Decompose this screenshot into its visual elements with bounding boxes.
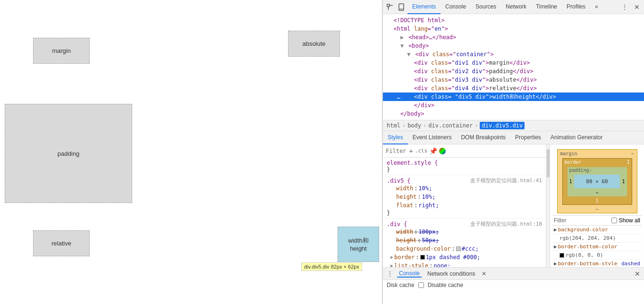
filter-panel-bottom: Filter Show all	[552, 215, 642, 226]
tab-timeline[interactable]: Timeline	[531, 0, 562, 14]
css-rule-element-style: element.style { }	[383, 158, 546, 175]
devtools-toolbar: Elements Console Sources Network Timelin…	[383, 0, 644, 14]
css-prop-bgcolor: background-color: #ccc;	[387, 245, 542, 253]
computed-filter-label: Filter	[554, 217, 567, 224]
css-prop-width-strike: width:100px;	[387, 228, 542, 236]
box-model-panel: margin − border 1 padding- 1	[550, 144, 644, 267]
disable-cache-checkbox[interactable]	[418, 282, 424, 288]
computed-border-bottom-color: ▶ border-bottom-color	[552, 243, 642, 251]
bm-left-val: 1	[569, 179, 572, 184]
css-prop-height: height:10%;	[387, 193, 542, 201]
filter-icons: + .cls 📌	[409, 147, 446, 155]
html-line-div5-selected[interactable]: … <div class= "div5 div">width和height</d…	[383, 93, 644, 101]
css-prop-width: width:10%;	[387, 184, 542, 193]
dots-icon: ⋮	[387, 270, 393, 278]
tab-elements[interactable]: Elements	[407, 0, 441, 14]
disk-cache-label: Disk cache	[387, 282, 415, 288]
bm-content-box: 80 × 60	[574, 175, 620, 188]
div-absolute: absolute	[288, 31, 340, 57]
styles-scrollbar[interactable]	[546, 144, 550, 267]
html-line-div3[interactable]: <div class="div3 div">absolute</div>	[383, 76, 644, 84]
html-line-html[interactable]: <html lang="en">	[383, 25, 644, 33]
computed-bgcolor-val: rgb(204, 204, 204)	[552, 234, 642, 243]
disk-cache-row: Disk cache Disable cache	[387, 282, 640, 288]
svg-point-5	[401, 9, 401, 9]
main-content: Filter + .cls 📌 element.style { } .div5 …	[383, 144, 644, 267]
styles-tab-event-listeners[interactable]: Event Listeners	[408, 131, 457, 144]
bm-border-value: 1	[627, 160, 629, 165]
bm-margin-minus: −	[631, 151, 634, 156]
html-line-body[interactable]: ▼ <body>	[383, 42, 644, 50]
inspect-icon[interactable]	[385, 2, 395, 12]
tooltip: div.div5.div 82px × 62px	[301, 262, 362, 271]
styles-tab-properties[interactable]: Properties	[510, 131, 546, 144]
styles-tab-dom-breakpoints[interactable]: DOM Breakpoints	[456, 131, 510, 144]
html-line-doctype[interactable]: <!DOCTYPE html>	[383, 16, 644, 25]
styles-tab-styles[interactable]: Styles	[383, 131, 408, 144]
css-prop-height-strike: height:50px;	[387, 236, 542, 245]
bm-margin-label: margin	[560, 151, 577, 156]
pin-icon[interactable]: 📌	[429, 147, 437, 155]
div-relative: relative	[33, 230, 90, 256]
breadcrumb-body[interactable]: body	[407, 122, 421, 129]
breadcrumb-container[interactable]: div.container	[428, 122, 473, 129]
tab-profiles[interactable]: Profiles	[562, 0, 590, 14]
styles-panel: Filter + .cls 📌 element.style { } .div5 …	[383, 144, 546, 267]
computed-styles-list: ▶ background-color rgb(204, 204, 204) ▶ …	[552, 226, 642, 265]
div-padding: padding	[5, 104, 132, 203]
source-link-div[interactable]: 盒子模型的定位问题.html:18	[470, 220, 542, 228]
css-prop-float: float:right;	[387, 201, 542, 210]
show-all-check: Show all	[611, 217, 640, 224]
div-margin: margin	[33, 38, 90, 64]
bm-border-label: border	[565, 160, 582, 165]
console-bar: ⋮ Console Network conditions ✕ ✕	[383, 267, 644, 279]
dot-cls-icon[interactable]: .cls	[415, 148, 428, 154]
html-line-div4[interactable]: <div class="div4 div">relative</div>	[383, 84, 644, 93]
bm-border-bottom: 1	[563, 198, 632, 204]
add-style-icon[interactable]: +	[409, 147, 413, 155]
html-tree: <!DOCTYPE html> <html lang="en"> ▶ <head…	[383, 14, 644, 120]
close-devtools-icon[interactable]: ✕	[632, 2, 642, 12]
console-tab-console[interactable]: Console	[397, 270, 422, 278]
styles-tab-animation[interactable]: Animation Generator	[546, 131, 608, 144]
show-all-checkbox[interactable]	[611, 218, 617, 223]
css-rule-div5: .div5 { 盒子模型的定位问题.html:41 width:10%; hei…	[383, 175, 546, 219]
html-line-container[interactable]: ▼ <div class="container">	[383, 50, 644, 59]
bm-padding-label: padding-	[569, 168, 592, 173]
html-line-head[interactable]: ▶ <head>…</head>	[383, 33, 644, 42]
html-line-div2[interactable]: <div class="div2 div">padding</div>	[383, 67, 644, 76]
webpage-panel: margin absolute padding relative width和 …	[0, 0, 382, 304]
bm-right-val: 1	[622, 179, 625, 184]
console-tab-network-conditions[interactable]: Network conditions	[425, 270, 477, 277]
close-network-conditions-icon[interactable]: ✕	[482, 270, 486, 277]
css-prop-list-style: ▶ list-style:none;	[387, 262, 542, 267]
breadcrumb-div5[interactable]: div.div5.div	[480, 122, 525, 129]
box-model-diagram: margin − border 1 padding- 1	[557, 149, 637, 213]
devtools-tabs: Elements Console Sources Network Timelin…	[407, 0, 619, 14]
breadcrumb-html[interactable]: html	[387, 122, 400, 129]
close-console-bar-icon[interactable]: ✕	[635, 270, 640, 278]
bm-margin-box: margin − border 1 padding- 1	[557, 149, 637, 213]
color-icon[interactable]	[439, 148, 446, 154]
bm-padding-box: padding- 1 80 × 60 1 −	[568, 167, 627, 196]
css-prop-border: ▶ border: 1px dashed #000;	[387, 253, 542, 262]
computed-border-bottom-color-val: rgb(0, 0, 0)	[552, 251, 642, 260]
tab-console[interactable]: Console	[441, 0, 471, 14]
styles-tabs: Styles Event Listeners DOM Breakpoints P…	[383, 131, 644, 144]
more-options-icon[interactable]: ⋮	[619, 2, 630, 12]
svg-rect-0	[387, 4, 390, 7]
filter-bar: Filter + .cls 📌	[383, 144, 546, 158]
html-line-div1[interactable]: <div class="div1 div">margin</div>	[383, 59, 644, 67]
device-icon[interactable]	[396, 2, 407, 12]
devtools-panel: Elements Console Sources Network Timelin…	[382, 0, 644, 304]
source-link-div5[interactable]: 盒子模型的定位问题.html:41	[470, 177, 542, 184]
html-line-container-close[interactable]: </div>	[383, 101, 644, 110]
tab-sources[interactable]: Sources	[471, 0, 501, 14]
div-width-height: width和 height	[338, 227, 379, 262]
html-line-body-close[interactable]: </body>	[383, 110, 644, 118]
tab-network[interactable]: Network	[501, 0, 531, 14]
bm-border-box: border 1 padding- 1 80 × 60 1	[562, 158, 632, 205]
computed-bgcolor: ▶ background-color	[552, 226, 642, 234]
breadcrumb: html › body › div.container › div.div5.d…	[383, 120, 644, 131]
tab-more[interactable]: »	[590, 0, 603, 14]
